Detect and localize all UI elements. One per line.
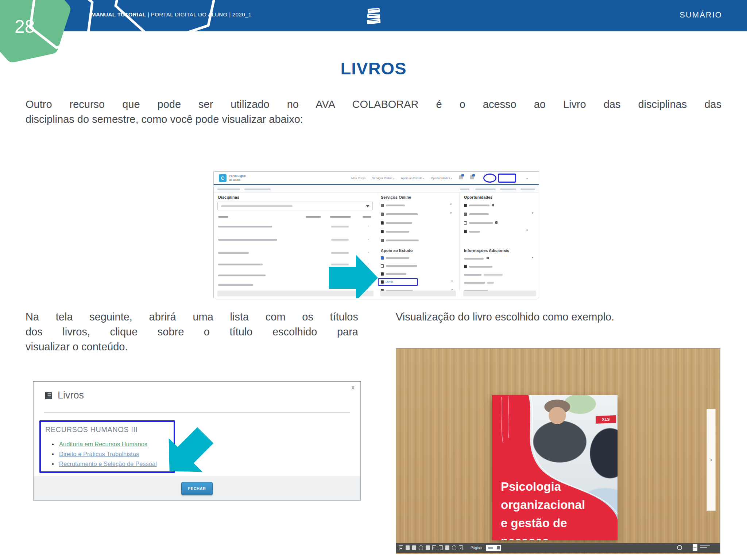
portal-nav-servicos: Serviços Online ▾ (372, 176, 394, 180)
viewer-toolbar: Página (396, 543, 720, 553)
print-icon (432, 545, 436, 550)
hexagon-outline-icon (30, 0, 92, 48)
notification-icon (459, 175, 463, 179)
book-icon (381, 280, 384, 284)
portal-nav-meu-curso: Meu Curso (351, 176, 365, 180)
portal-navbar: C Portal Digital do Aluno Meu Curso Serv… (214, 172, 539, 185)
panel-title-servicos: Serviços Online (381, 195, 411, 199)
course-select (217, 202, 373, 210)
blur-text (218, 252, 249, 254)
blur-text (469, 205, 489, 206)
left-line-1: Na tela seguinte, abrirá uma lista com o… (26, 310, 358, 324)
book-icon (44, 391, 54, 400)
column-header-placeholder (330, 216, 351, 218)
chevron-right-icon: › (710, 456, 712, 463)
left-line-3: visualizar o conteúdo. (26, 339, 358, 354)
intro-paragraph: Outro recurso que pode ser utilizado no … (26, 97, 721, 127)
panel-footer (380, 291, 456, 296)
modal-footer: FECHAR (34, 477, 360, 500)
chevron-down-icon: ⌄ (367, 223, 370, 227)
service-icon (381, 239, 384, 242)
blur-text (487, 282, 494, 284)
blur-text (217, 188, 240, 190)
blur-text (469, 266, 492, 268)
blur-text (386, 231, 409, 233)
panel-title-oportunidades: Oportunidades (464, 195, 492, 199)
book-link-auditoria: Auditoria em Recursos Humanos (59, 441, 147, 447)
book-list-item: Direito e Práticas Trabalhistas (52, 451, 157, 458)
intro-line-1: Outro recurso que pode ser utilizado no … (26, 97, 721, 112)
list-instruction-paragraph: Na tela seguinte, abrirá uma lista com o… (26, 310, 358, 354)
publisher-text (700, 545, 710, 549)
service-icon (381, 204, 384, 207)
blur-text (484, 274, 503, 276)
page-title: LIVROS (0, 58, 747, 78)
book-list: Auditoria em Recursos Humanos Direito e … (52, 441, 157, 470)
modal-title: Livros (58, 390, 84, 401)
livros-label: Livros (386, 280, 393, 283)
notes-icon (412, 545, 416, 550)
blur-text (464, 274, 481, 276)
page-label: Página (471, 546, 482, 550)
hexagon-outline-icon (116, 0, 220, 43)
thumbnails-icon (399, 545, 403, 550)
annotation-rectangle (498, 174, 516, 183)
blur-text (469, 222, 493, 224)
profile-caret-icon: ▾ (526, 177, 528, 180)
arrow-right-icon (329, 250, 378, 298)
blur-text (244, 188, 271, 190)
portal-screenshot: C Portal Digital do Aluno Meu Curso Serv… (213, 171, 539, 298)
blur-text (500, 188, 516, 190)
book-cover: XLS Psicologia organizacional e gestão d… (492, 395, 618, 540)
badge-icon (495, 221, 498, 224)
book-list-item: Auditoria em Recursos Humanos (52, 441, 157, 448)
opportunity-icon (464, 230, 467, 233)
blur-text (218, 284, 253, 286)
badge-icon (487, 257, 489, 259)
info-icon (464, 265, 467, 268)
blur-text (218, 226, 272, 228)
portal-brand-line2: do Aluno (229, 178, 245, 182)
divider (44, 412, 350, 413)
blur-text (469, 213, 489, 215)
book-title-line: organizacional (501, 496, 585, 514)
panel-title-informacoes: Informações Adicionais (464, 248, 509, 253)
service-icon (381, 230, 384, 233)
opportunity-icon (464, 204, 467, 207)
xls-badge: XLS (596, 415, 616, 424)
close-small-icon: ✕ (526, 229, 529, 232)
next-page-control: › (707, 409, 716, 511)
column-header-placeholder (218, 216, 228, 218)
blur-text (218, 264, 263, 265)
portal-nav-apoio: Apoio ao Estudo ▾ (401, 176, 424, 180)
column-header-placeholder (306, 216, 321, 218)
service-icon (381, 213, 384, 216)
summary-link[interactable]: SUMÁRIO (680, 10, 722, 20)
intro-line-2: disciplinas do semestre, como você pode … (26, 112, 721, 127)
manual-subtitle: | PORTAL DIGITAL DO ALUNO | 2020_1 (146, 11, 251, 18)
portal-brand-line1: Portal Digital (229, 174, 245, 178)
page-number: 28 (15, 16, 35, 37)
chevron-icon: ▾ (450, 202, 452, 206)
portal-brand: Portal Digital do Aluno (229, 174, 245, 182)
pen-icon (459, 545, 463, 550)
opportunity-icon (464, 213, 467, 216)
blur-text (221, 205, 293, 207)
panel-footer (463, 291, 536, 296)
blur-text (218, 239, 277, 241)
blur-text (331, 239, 349, 241)
bookmark-icon (406, 545, 410, 550)
divider (459, 193, 460, 291)
left-line-2: dos livros, clique sobre o título escolh… (26, 324, 358, 339)
annotation-circle (483, 174, 496, 183)
manual-breadcrumb: MANUAL TUTORIAL | PORTAL DIGITAL DO ALUN… (91, 11, 252, 18)
blur-text (386, 240, 419, 241)
blur-text (464, 258, 484, 260)
filter-icon (366, 205, 369, 207)
column-header-placeholder (363, 216, 371, 218)
blur-text (386, 265, 417, 267)
portal-logo: C (219, 174, 227, 182)
zoom-icon (452, 545, 456, 550)
blur-text (520, 188, 535, 190)
settings-icon (677, 545, 682, 550)
